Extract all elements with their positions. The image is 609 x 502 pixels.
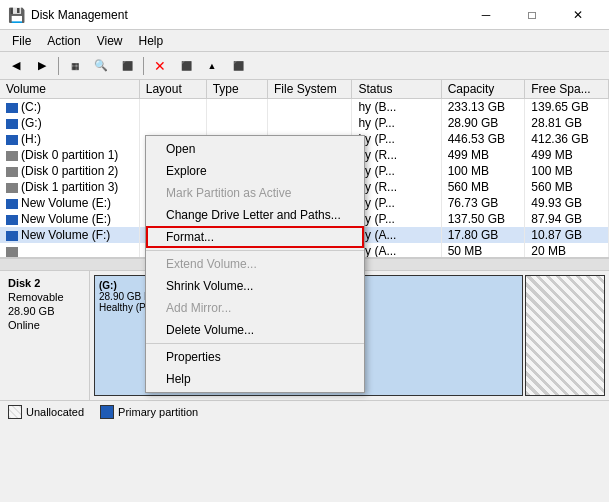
cell-capacity: 446.53 GB — [441, 131, 525, 147]
cell-layout — [139, 99, 206, 116]
menu-action[interactable]: Action — [39, 30, 88, 51]
cell-free: 499 MB — [525, 147, 609, 163]
cell-free: 49.93 GB — [525, 195, 609, 211]
toolbar-btn-3[interactable]: ▦ — [63, 55, 87, 77]
cell-fs — [268, 99, 352, 116]
context-menu: OpenExploreMark Partition as ActiveChang… — [145, 270, 365, 393]
col-free: Free Spa... — [525, 80, 609, 99]
col-fs: File System — [268, 80, 352, 99]
col-layout: Layout — [139, 80, 206, 99]
cell-type — [206, 115, 267, 131]
cell-free: 412.36 GB — [525, 131, 609, 147]
cell-free: 139.65 GB — [525, 99, 609, 116]
col-status: Status — [352, 80, 441, 99]
cell-capacity: 28.90 GB — [441, 115, 525, 131]
cell-capacity: 17.80 GB — [441, 227, 525, 243]
close-button[interactable]: ✕ — [555, 0, 601, 30]
cell-status: hy (R... — [352, 147, 441, 163]
cell-free: 28.81 GB — [525, 115, 609, 131]
cell-volume: New Volume (F:) — [0, 227, 139, 243]
cell-volume: New Volume (E:) — [0, 211, 139, 227]
cell-status: hy (B... — [352, 99, 441, 116]
col-capacity: Capacity — [441, 80, 525, 99]
cell-capacity: 560 MB — [441, 179, 525, 195]
toolbar-btn-7[interactable]: ⬛ — [174, 55, 198, 77]
table-row[interactable]: (C:)hy (B...233.13 GB139.65 GB — [0, 99, 609, 116]
toolbar: ◀ ▶ ▦ 🔍 ⬛ ✕ ⬛ ▲ ⬛ — [0, 52, 609, 80]
disk-status: Online — [8, 319, 81, 331]
main-content: Volume Layout Type File System Status Ca… — [0, 80, 609, 400]
status-bar: Unallocated Primary partition — [0, 400, 609, 422]
cell-status: hy (P... — [352, 211, 441, 227]
cell-volume: (Disk 0 partition 1) — [0, 147, 139, 163]
disk-indicator — [6, 247, 18, 257]
cell-volume: (G:) — [0, 115, 139, 131]
cell-status: hy (P... — [352, 131, 441, 147]
disk-indicator — [6, 135, 18, 145]
context-menu-item-add-mirror---: Add Mirror... — [146, 297, 364, 319]
cell-status: hy (R... — [352, 179, 441, 195]
partition-unallocated[interactable] — [525, 275, 605, 396]
toolbar-btn-5[interactable]: ⬛ — [115, 55, 139, 77]
disk-indicator — [6, 183, 18, 193]
disk-indicator — [6, 151, 18, 161]
context-menu-item-help[interactable]: Help — [146, 368, 364, 390]
cell-free: 100 MB — [525, 163, 609, 179]
cell-capacity: 233.13 GB — [441, 99, 525, 116]
disk-panel: Disk 2 Removable 28.90 GB Online (G:) 28… — [0, 270, 609, 400]
cell-status: hy (A... — [352, 227, 441, 243]
cell-free: 87.94 GB — [525, 211, 609, 227]
menu-file[interactable]: File — [4, 30, 39, 51]
toolbar-btn-delete[interactable]: ✕ — [148, 55, 172, 77]
cell-volume: New Volume (E:) — [0, 195, 139, 211]
disk-indicator — [6, 199, 18, 209]
context-menu-item-shrink-volume---[interactable]: Shrink Volume... — [146, 275, 364, 297]
disk-type: Removable — [8, 291, 81, 303]
forward-button[interactable]: ▶ — [30, 55, 54, 77]
toolbar-separator-1 — [58, 57, 59, 75]
cell-free: 20 MB — [525, 243, 609, 258]
cell-layout — [139, 115, 206, 131]
cell-volume — [0, 243, 139, 258]
back-button[interactable]: ◀ — [4, 55, 28, 77]
cell-capacity: 137.50 GB — [441, 211, 525, 227]
cell-volume: (C:) — [0, 99, 139, 116]
window-controls: ─ □ ✕ — [463, 0, 601, 30]
legend-primary: Primary partition — [100, 405, 198, 419]
context-menu-separator — [146, 343, 364, 344]
disk-size: 28.90 GB — [8, 305, 81, 317]
cell-free: 560 MB — [525, 179, 609, 195]
disk-name: Disk 2 — [8, 277, 81, 289]
legend-primary-box — [100, 405, 114, 419]
disk-indicator — [6, 119, 18, 129]
menu-bar: File Action View Help — [0, 30, 609, 52]
legend-primary-label: Primary partition — [118, 406, 198, 418]
toolbar-btn-4[interactable]: 🔍 — [89, 55, 113, 77]
cell-type — [206, 99, 267, 116]
legend-unallocated: Unallocated — [8, 405, 84, 419]
minimize-button[interactable]: ─ — [463, 0, 509, 30]
legend-unallocated-box — [8, 405, 22, 419]
cell-fs — [268, 115, 352, 131]
context-menu-item-delete-volume---[interactable]: Delete Volume... — [146, 319, 364, 341]
context-menu-item-properties[interactable]: Properties — [146, 346, 364, 368]
disk-indicator — [6, 103, 18, 113]
title-bar: 💾 Disk Management ─ □ ✕ — [0, 0, 609, 30]
cell-status: hy (P... — [352, 163, 441, 179]
disk-indicator — [6, 215, 18, 225]
col-type: Type — [206, 80, 267, 99]
cell-status: hy (A... — [352, 243, 441, 258]
toolbar-btn-9[interactable]: ⬛ — [226, 55, 250, 77]
cell-volume: (Disk 0 partition 2) — [0, 163, 139, 179]
cell-volume: (H:) — [0, 131, 139, 147]
toolbar-btn-8[interactable]: ▲ — [200, 55, 224, 77]
toolbar-separator-2 — [143, 57, 144, 75]
window-title: Disk Management — [31, 8, 128, 22]
cell-capacity: 50 MB — [441, 243, 525, 258]
maximize-button[interactable]: □ — [509, 0, 555, 30]
table-row[interactable]: (G:)hy (P...28.90 GB28.81 GB — [0, 115, 609, 131]
menu-view[interactable]: View — [89, 30, 131, 51]
app-icon: 💾 — [8, 7, 25, 23]
disk-indicator — [6, 167, 18, 177]
menu-help[interactable]: Help — [131, 30, 172, 51]
